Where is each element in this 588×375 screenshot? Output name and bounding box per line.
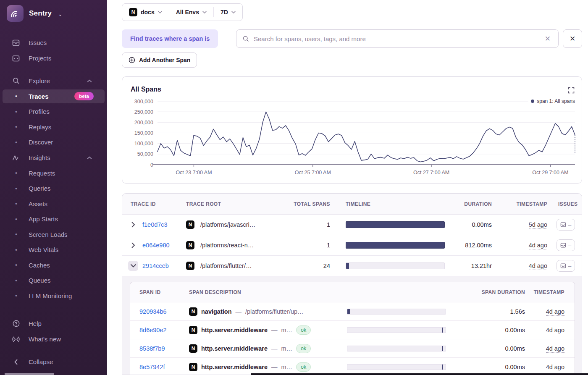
environment-filter-value: All Envs — [176, 9, 199, 16]
all-spans-chart-panel: 050,000100,000150,000200,000250,000300,0… — [122, 76, 582, 184]
span-table-row[interactable]: 8e57942f N http.server.middleware — m… o… — [130, 358, 575, 375]
sidebar-subitem[interactable]: • Requests — [0, 165, 107, 181]
trace-table-row[interactable]: f1e0d7c3 N /platforms/javascri… 1 0.00ms… — [122, 215, 582, 235]
collapse-button[interactable]: Collapse — [0, 354, 107, 370]
span-table-row[interactable]: 8d6e90e2 N http.server.middleware — m… o… — [130, 321, 575, 339]
chevron-up-icon[interactable] — [87, 79, 92, 83]
timeline-segment — [442, 365, 444, 370]
sidebar-subitem-label: Queries — [29, 185, 51, 192]
trace-id-link[interactable]: f1e0d7c3 — [142, 221, 168, 228]
chevron-down-icon: ⌄ — [58, 11, 63, 17]
span-op: http.server.middleware — [201, 327, 268, 333]
span-timeline[interactable] — [347, 327, 446, 333]
sidebar-subitem[interactable]: • Screen Loads — [0, 227, 107, 242]
plus-circle-icon — [129, 57, 135, 63]
bullet-icon: • — [15, 170, 17, 176]
sidebar-section-insights[interactable]: Insights — [0, 150, 107, 165]
trace-root: /platforms/javascri… — [200, 221, 255, 228]
sidebar-subitem[interactable]: • Queries — [0, 181, 107, 197]
timeline-track — [347, 327, 446, 333]
span-table-card: SPAN ID SPAN DESCRIPTION SPAN DURATION T… — [130, 282, 575, 375]
trace-timestamp[interactable]: 5d ago — [529, 221, 547, 229]
remove-span-condition-button[interactable]: ✕ — [563, 29, 582, 48]
bullet-icon: • — [15, 200, 17, 207]
span-table-row[interactable]: 920934b6 N navigation — /platforms/flutt… — [130, 302, 575, 321]
timeline-track — [346, 262, 445, 269]
trace-timeline[interactable] — [346, 221, 445, 228]
explore-children: • Traces beta • Profiles • Replays • Dis… — [0, 89, 107, 150]
project-filter[interactable]: N docs — [122, 4, 169, 21]
chevron-down-icon — [231, 11, 236, 13]
span-timeline[interactable] — [347, 346, 446, 351]
trace-timestamp[interactable]: 4d ago — [529, 262, 547, 270]
timeline-segment — [347, 309, 350, 314]
sidebar-subitem[interactable]: • Caches — [0, 257, 107, 273]
trace-timestamp[interactable]: 4d ago — [529, 242, 547, 249]
issues-icon — [12, 39, 20, 47]
span-timestamp[interactable]: 4d ago — [546, 345, 564, 353]
span-search-input[interactable] — [254, 35, 539, 42]
trace-timeline[interactable] — [346, 242, 445, 249]
sidebar-subitem[interactable]: • Web Vitals — [0, 242, 107, 258]
issues-button[interactable]: – — [556, 219, 575, 231]
sidebar-section-explore[interactable]: Explore — [0, 73, 107, 89]
sidebar-subitem-label: Assets — [29, 200, 47, 207]
expanded-trace-spans: SPAN ID SPAN DESCRIPTION SPAN DURATION T… — [122, 276, 582, 375]
sidebar-subitem[interactable]: • Discover — [0, 135, 107, 150]
span-timeline[interactable] — [347, 309, 446, 315]
trace-id-link[interactable]: 2914cceb — [142, 262, 169, 269]
timeline-segment — [442, 328, 444, 333]
add-another-span-button[interactable]: Add Another Span — [122, 52, 197, 68]
project-filter-value: docs — [141, 9, 155, 16]
span-table-header: SPAN ID SPAN DESCRIPTION SPAN DURATION T… — [130, 282, 575, 302]
span-status-badge: ok — [296, 344, 311, 353]
chart-legend[interactable]: span 1: All spans — [528, 98, 575, 104]
span-id-link[interactable]: 8538f7b9 — [139, 345, 165, 352]
spans-line-chart[interactable]: 050,000100,000150,000200,000250,000300,0… — [122, 77, 583, 183]
trace-query-row: Find traces where a span is ✕ ✕ — [122, 29, 582, 48]
sidebar-item-whats-new[interactable]: What's new — [0, 331, 107, 347]
issues-button[interactable]: – — [556, 260, 575, 272]
clear-search-icon[interactable]: ✕ — [543, 34, 552, 43]
sidebar-subitem[interactable]: • Assets — [0, 196, 107, 212]
trace-id-link[interactable]: e064e980 — [142, 242, 170, 249]
expand-chart-icon[interactable] — [568, 87, 575, 94]
issues-button[interactable]: – — [556, 239, 575, 251]
sidebar-subitem[interactable]: • Profiles — [0, 104, 107, 120]
sidebar-subitem[interactable]: • App Starts — [0, 212, 107, 227]
legend-dot — [531, 100, 534, 103]
bullet-icon: • — [15, 93, 17, 100]
col-header-timestamp: TIMESTAMP — [492, 201, 547, 207]
span-id-link[interactable]: 920934b6 — [139, 308, 167, 315]
span-table-row[interactable]: 8538f7b9 N http.server.middleware — m… o… — [130, 339, 575, 358]
sidebar-subitem[interactable]: • Replays — [0, 119, 107, 135]
expand-chevron[interactable] — [128, 240, 138, 250]
sidebar-subitem[interactable]: • Traces beta — [0, 89, 107, 104]
sidebar-subitem-label: Caches — [29, 262, 50, 269]
span-id-link[interactable]: 8d6e90e2 — [139, 327, 167, 333]
span-timestamp[interactable]: 4d ago — [546, 364, 564, 371]
svg-text:Oct 27 7:00 AM: Oct 27 7:00 AM — [413, 170, 449, 176]
environment-filter[interactable]: All Envs — [169, 4, 213, 21]
span-timestamp[interactable]: 4d ago — [546, 327, 564, 334]
org-switcher[interactable]: Sentry ⌄ — [7, 5, 63, 22]
svg-text:Oct 25 7:00 AM: Oct 25 7:00 AM — [295, 170, 331, 176]
span-timestamp[interactable]: 4d ago — [546, 308, 564, 316]
sidebar-subitem[interactable]: • LLM Monitoring — [0, 288, 107, 304]
span-id-link[interactable]: 8e57942f — [139, 364, 165, 370]
expand-chevron[interactable] — [128, 261, 138, 271]
trace-timeline[interactable] — [346, 262, 445, 269]
trace-table-row[interactable]: e064e980 N /platforms/react-n… 1 812.00m… — [122, 235, 582, 256]
chevron-up-icon[interactable] — [87, 156, 92, 160]
sidebar-item-help[interactable]: Help — [0, 316, 107, 331]
sidebar-subitem-label: Queues — [29, 277, 51, 284]
sidebar-item-issues[interactable]: Issues — [0, 35, 107, 50]
trace-table-row[interactable]: 2914cceb N /platforms/flutter/… 24 13.21… — [122, 256, 582, 276]
expand-chevron[interactable] — [128, 220, 138, 230]
sidebar-subitem[interactable]: • Queues — [0, 273, 107, 288]
date-range-filter[interactable]: 7D — [214, 4, 242, 21]
svg-text:300,000: 300,000 — [134, 99, 153, 105]
span-timeline[interactable] — [347, 364, 446, 370]
nextjs-platform-icon: N — [189, 344, 197, 353]
sidebar-item-projects[interactable]: Projects — [0, 50, 107, 66]
